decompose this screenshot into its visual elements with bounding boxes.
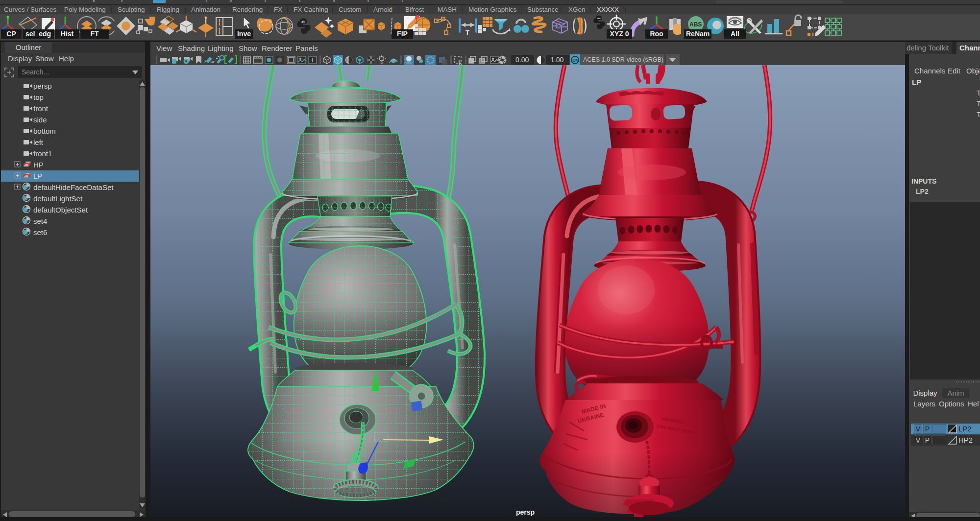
svg-text:T: T [466,29,469,36]
svg-text:T: T [311,57,315,64]
svg-text:persp: persp [516,508,535,516]
svg-text:ABS: ABS [689,21,702,28]
svg-text:ON: ON [572,58,579,63]
